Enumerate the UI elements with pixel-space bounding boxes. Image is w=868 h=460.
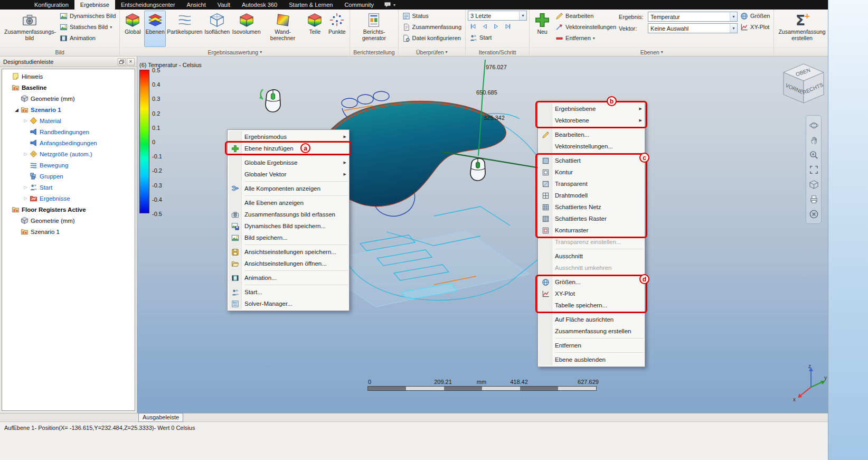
context-menu-item-vektorebene[interactable]: Vektorebene▶: [539, 115, 644, 126]
zoom-icon[interactable]: [808, 149, 819, 160]
context-menu-item-kontur[interactable]: Kontur: [539, 166, 644, 178]
collapsed-arrow-icon[interactable]: ▷: [22, 118, 29, 123]
viewport-3d[interactable]: (6) Temperatur - Celsius 0.50.40.30.20.1…: [137, 57, 828, 413]
context-menu-item-grosen[interactable]: Größen...: [539, 276, 644, 288]
context-menu-item-bild-speichern[interactable]: Bild speichern...: [229, 232, 348, 243]
print-icon[interactable]: [808, 194, 819, 204]
context-menu-item-ansichtseinstellungen-offnen[interactable]: Ansichtseinstellungen öffnen...: [229, 258, 348, 269]
tree-item-start[interactable]: ▷Start: [2, 182, 135, 193]
first-iteration-button[interactable]: [468, 22, 478, 31]
context-menu-item-vektoreinstellungen[interactable]: Vektoreinstellungen...: [539, 140, 644, 152]
menu-tab-ansicht[interactable]: Ansicht: [181, 0, 212, 10]
ribbon-button-isoflachen[interactable]: Isoflächen: [204, 11, 231, 47]
menu-tab-community[interactable]: Community: [338, 0, 380, 10]
chevron-down-icon[interactable]: ▾: [393, 3, 395, 7]
ribbon-button-xy-plot[interactable]: XY-Plot: [739, 22, 771, 32]
context-menu-item-alle-ebenen-anzeigen[interactable]: Alle Ebenen anzeigen: [229, 197, 348, 209]
menu-tab-vault[interactable]: Vault: [212, 0, 236, 10]
ribbon-button-global[interactable]: Global: [122, 11, 143, 47]
context-menu-item-solver-manager[interactable]: Solver-Manager...: [229, 298, 348, 309]
context-menu-item-auf-flache-ausrichten[interactable]: Auf Fläche ausrichten: [539, 314, 644, 325]
context-menu-item-dynamisches-bild-speichern[interactable]: Dynamisches Bild speichern...: [229, 220, 348, 232]
tree-item-randbedingungen[interactable]: Randbedingungen: [2, 126, 135, 137]
ribbon-button-zusammenfassungs-bild[interactable]: Zusammenfassungs-bild: [2, 11, 57, 47]
context-menu-item-start[interactable]: Start...: [229, 286, 348, 298]
last-iteration-button[interactable]: [503, 22, 513, 31]
ribbon-button-wand-berechner[interactable]: Wand-berechner: [262, 11, 304, 47]
context-menu-item-alle-komponenten-anzeigen[interactable]: Alle Komponenten anzeigen: [229, 183, 348, 194]
ribbon-group-label-ergebnisauswertung[interactable]: Ergebnisauswertung ▾: [120, 48, 350, 56]
context-menu-item-ebene-hinzufugen[interactable]: Ebene hinzufügen: [229, 143, 348, 154]
collapsed-arrow-icon[interactable]: ▷: [22, 196, 29, 201]
ribbon-button-neu[interactable]: Neu: [532, 11, 553, 47]
tree-item-geometrie-mm[interactable]: Geometrie (mm): [2, 215, 135, 226]
tree-item-ergebnisse[interactable]: ▷Ergebnisse: [2, 193, 135, 204]
context-menu-item-schattiertes-netz[interactable]: Schattiertes Netz: [539, 201, 644, 213]
context-menu-item-zusammenfassung-erstellen[interactable]: Zusammenfassung erstellen: [539, 325, 644, 337]
ribbon-button-statisches-bild[interactable]: Statisches Bild▾: [58, 22, 117, 32]
ribbon-button-vektoreinstellungen[interactable]: Vektoreinstellungen: [554, 22, 618, 32]
ribbon-button-entfernen[interactable]: Entfernen▾: [554, 33, 618, 43]
next-iteration-button[interactable]: [491, 22, 502, 31]
context-menu-item-schattiert[interactable]: Schattiert: [539, 155, 644, 166]
context-menu-item-globaler-vektor[interactable]: Globaler Vektor▶: [229, 168, 348, 180]
context-menu-item-bearbeiten[interactable]: Bearbeiten...: [539, 129, 644, 140]
feedback-icon[interactable]: [384, 1, 391, 8]
iteration-select[interactable]: 3 Letzte ▾: [468, 11, 527, 21]
ribbon-button-punkte[interactable]: Punkte: [326, 11, 347, 47]
tree-item-netzgrose-autom[interactable]: ▷Netzgröße (autom.): [2, 148, 135, 159]
ribbon-button-berichts-generator[interactable]: Berichts-generator: [352, 11, 395, 47]
expanded-arrow-icon[interactable]: ◢: [13, 107, 20, 112]
collapsed-arrow-icon[interactable]: ▷: [22, 185, 29, 190]
context-menu-item-ergebnisebene[interactable]: Ergebnisebene▶: [539, 103, 644, 115]
tree-item-anfangsbedingungen[interactable]: Anfangsbedingungen: [2, 137, 135, 148]
ribbon-button-isovolumen[interactable]: Isovolumen: [232, 11, 261, 47]
context-menu-item-animation[interactable]: Animation...: [229, 272, 348, 284]
context-menu-item-transparent[interactable]: Transparent: [539, 178, 644, 190]
context-menu-item-ebene-ausblenden[interactable]: Ebene ausblenden: [539, 354, 644, 365]
ribbon-button-zusammenfassung[interactable]: Zusammenfassung: [401, 22, 464, 32]
menu-tab-autodesk-360[interactable]: Autodesk 360: [236, 0, 283, 10]
ribbon-button-dynamisches-bild[interactable]: Dynamisches Bild: [58, 11, 117, 21]
ribbon-button-zusammenfassung-erstellen[interactable]: Σ+ Zusammenfassung erstellen: [776, 11, 827, 47]
menu-tab-ergebnisse[interactable]: Ergebnisse: [74, 0, 115, 10]
section-icon[interactable]: [808, 179, 819, 190]
menu-tab-starten-lernen[interactable]: Starten & Lernen: [283, 0, 338, 10]
ribbon-button-teile[interactable]: Teile: [304, 11, 325, 47]
ribbon-button-start[interactable]: Start: [468, 32, 527, 43]
close-icon[interactable]: [808, 209, 819, 219]
menu-tab-entscheidungscenter[interactable]: Entscheidungscenter: [115, 0, 181, 10]
tree-item-bewegung[interactable]: Bewegung: [2, 159, 135, 171]
ribbon-button-status[interactable]: Status: [401, 11, 464, 21]
float-panel-icon[interactable]: [118, 58, 126, 65]
previous-iteration-button[interactable]: [479, 22, 490, 31]
ribbon-button-partikelspuren[interactable]: Partikelspuren: [167, 11, 203, 47]
tree-item-szenario-1[interactable]: ◢Szenario 1: [2, 104, 135, 115]
tree-item-floor-registers-active[interactable]: Floor Registers Active: [2, 204, 135, 215]
context-menu-item-ansichtseinstellungen-speichern[interactable]: Ansichtseinstellungen speichern...: [229, 246, 348, 258]
context-menu-item-xy-plot[interactable]: XY-Plot: [539, 288, 644, 299]
context-menu-item-konturraster[interactable]: Konturraster: [539, 224, 644, 236]
context-menu-item-drahtmodell[interactable]: Drahtmodell: [539, 190, 644, 201]
context-menu-item-tabelle-speichern[interactable]: Tabelle speichern...: [539, 299, 644, 311]
vektor-select[interactable]: Keine Auswahl ▾: [648, 23, 738, 33]
ribbon-group-label-ebenen[interactable]: Ebenen ▾: [530, 48, 773, 56]
ribbon-button-bearbeiten[interactable]: Bearbeiten: [554, 11, 618, 21]
context-menu-item-ergebnismodus[interactable]: Ergebnismodus▶: [229, 131, 348, 143]
ribbon-group-label-ueberpruefen[interactable]: Überprüfen ▾: [399, 48, 466, 56]
ribbon-button-animation[interactable]: Animation: [58, 33, 117, 43]
fit-icon[interactable]: [808, 164, 819, 175]
collapsed-arrow-icon[interactable]: ▷: [22, 152, 29, 156]
menu-tab-konfiguration[interactable]: Konfiguration: [29, 0, 74, 10]
tree-item-geometrie-mm[interactable]: Geometrie (mm): [2, 93, 135, 104]
tree-item-material[interactable]: ▷Material: [2, 115, 135, 126]
context-menu-item-schattiertes-raster[interactable]: Schattiertes Raster: [539, 213, 644, 224]
view-cube[interactable]: OBEN VORNE RECHTS: [777, 61, 828, 109]
ergebnis-select[interactable]: Temperatur ▾: [648, 12, 738, 22]
context-menu-item-zusammenfassungs-bild-erfassen[interactable]: Zusammenfassungs bild erfassen: [229, 209, 348, 220]
ribbon-button-datei-konfigurieren[interactable]: Datei konfigurieren: [401, 33, 464, 43]
close-panel-icon[interactable]: ×: [127, 58, 135, 65]
tree-item-baseline[interactable]: Baseline: [2, 82, 135, 93]
tree-item-szenario-1[interactable]: Szenario 1: [2, 226, 135, 237]
pan-icon[interactable]: [808, 135, 819, 145]
